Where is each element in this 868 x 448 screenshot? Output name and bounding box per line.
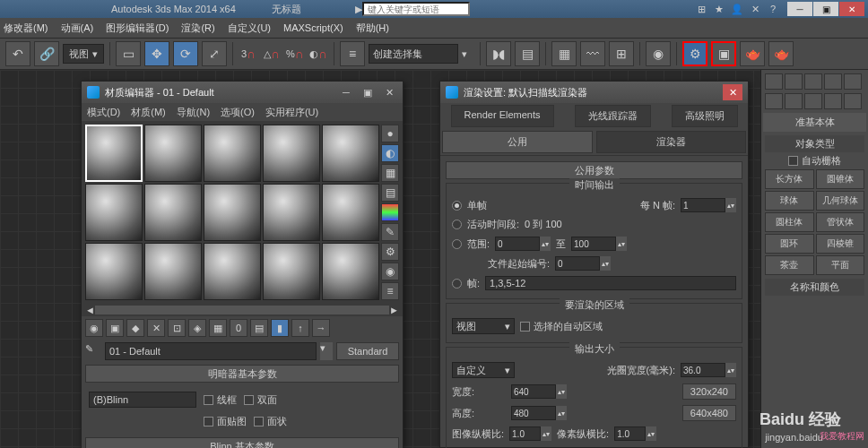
- go-parent-icon[interactable]: ↑: [291, 319, 309, 337]
- mat-menu-modes[interactable]: 模式(D): [87, 106, 120, 119]
- sample-uv-icon[interactable]: ▤: [381, 184, 399, 202]
- hierarchy-tab-icon[interactable]: [804, 73, 822, 90]
- render-setup-titlebar[interactable]: 渲染设置: 默认扫描线渲染器 ✕: [440, 82, 748, 103]
- mat-max-button[interactable]: ▣: [360, 85, 376, 99]
- material-scrollbar[interactable]: ◄►: [82, 304, 403, 316]
- material-slot[interactable]: [144, 125, 202, 182]
- undo-button[interactable]: ↶: [5, 41, 30, 66]
- link-button[interactable]: 🔗: [34, 41, 59, 66]
- prim-torus-button[interactable]: 圆环: [765, 234, 814, 254]
- help-icon[interactable]: ▶: [355, 4, 362, 15]
- render-close-button[interactable]: ✕: [723, 84, 742, 100]
- signin-icon[interactable]: 👤: [730, 2, 744, 16]
- infocenter-icon[interactable]: ⊞: [694, 2, 708, 16]
- star-icon[interactable]: ★: [712, 2, 726, 16]
- assign-to-sel-icon[interactable]: ◆: [126, 319, 144, 337]
- facemap-checkbox[interactable]: 面贴图: [204, 415, 247, 428]
- helpers-cat-icon[interactable]: [844, 93, 862, 109]
- sample-type-icon[interactable]: ●: [381, 125, 399, 142]
- help2-icon[interactable]: ?: [766, 2, 780, 16]
- faceted-checkbox[interactable]: 面状: [254, 415, 287, 428]
- tab-render-elements[interactable]: Render Elements: [451, 105, 554, 127]
- reset-map-icon[interactable]: ✕: [147, 319, 165, 337]
- create-tab-icon[interactable]: [765, 73, 783, 90]
- named-sel-button[interactable]: ≡: [340, 41, 365, 66]
- close-button[interactable]: ✕: [839, 2, 864, 16]
- menu-modifiers[interactable]: 修改器(M): [4, 22, 48, 35]
- image-aspect-spinner[interactable]: [509, 426, 541, 441]
- prim-sphere-button[interactable]: 球体: [765, 191, 814, 211]
- select-move-button[interactable]: ✥: [144, 41, 169, 66]
- blinn-params-rollout[interactable]: Blinn 基本参数: [85, 437, 399, 448]
- show-map-icon[interactable]: ▤: [250, 319, 268, 337]
- material-slot[interactable]: [204, 125, 261, 182]
- tab-raytracer[interactable]: 光线跟踪器: [575, 105, 651, 127]
- render-button[interactable]: 🫖: [740, 41, 765, 66]
- go-forward-icon[interactable]: →: [312, 319, 330, 337]
- material-slot[interactable]: [263, 243, 320, 300]
- mat-close-button[interactable]: ✕: [381, 85, 397, 99]
- menu-maxscript[interactable]: MAXScript(X): [283, 22, 343, 33]
- exchange-icon[interactable]: ✕: [748, 2, 762, 16]
- mirror-button[interactable]: ◗◖: [486, 41, 511, 66]
- wire-checkbox[interactable]: 线框: [204, 393, 237, 407]
- prim-tube-button[interactable]: 管状体: [816, 212, 865, 232]
- backlight-icon[interactable]: ◐: [381, 144, 399, 162]
- aperture-spinner[interactable]: [681, 363, 725, 377]
- common-params-rollout[interactable]: 公用参数: [446, 161, 742, 179]
- prim-box-button[interactable]: 长方体: [765, 169, 814, 189]
- height-spinner[interactable]: [511, 406, 556, 420]
- mat-menu-utilities[interactable]: 实用程序(U): [265, 106, 318, 119]
- range-from-spinner[interactable]: [495, 237, 540, 251]
- material-slot[interactable]: [263, 125, 320, 182]
- snap-3-button[interactable]: 3∩: [239, 43, 258, 65]
- mat-id-icon[interactable]: 0: [230, 319, 247, 337]
- menu-help[interactable]: 帮助(H): [356, 22, 389, 35]
- angle-snap-button[interactable]: △∩: [262, 43, 282, 65]
- maximize-button[interactable]: ▣: [813, 2, 838, 16]
- material-slot[interactable]: [85, 243, 143, 300]
- render-last-button[interactable]: 🫖: [768, 41, 794, 66]
- make-copy-icon[interactable]: ⊡: [168, 319, 186, 337]
- material-slot[interactable]: [322, 125, 379, 182]
- size-preset-dropdown[interactable]: 自定义▾: [452, 362, 515, 378]
- range-to-spinner[interactable]: [571, 237, 616, 251]
- create-selection-set-input[interactable]: [369, 44, 458, 64]
- make-preview-icon[interactable]: ✎: [381, 223, 399, 241]
- select-scale-button[interactable]: ⤢: [202, 41, 227, 66]
- video-check-icon[interactable]: [381, 203, 399, 221]
- prim-cone-button[interactable]: 圆锥体: [816, 169, 865, 189]
- minimize-button[interactable]: ─: [787, 2, 812, 16]
- curve-editor-button[interactable]: 〰: [580, 41, 605, 66]
- active-radio[interactable]: [452, 220, 462, 229]
- motion-tab-icon[interactable]: [824, 73, 842, 90]
- category-dropdown[interactable]: 准基本体: [763, 113, 866, 132]
- menu-animation[interactable]: 动画(A): [61, 22, 94, 35]
- material-name-input[interactable]: 01 - Default: [105, 342, 317, 360]
- material-slot[interactable]: [144, 184, 202, 241]
- prim-plane-button[interactable]: 平面: [816, 255, 865, 275]
- select-by-mat-icon[interactable]: ◉: [381, 263, 399, 280]
- select-button[interactable]: ▭: [116, 41, 141, 66]
- width-spinner[interactable]: [511, 384, 556, 399]
- mat-menu-material[interactable]: 材质(M): [131, 106, 166, 119]
- menu-rendering[interactable]: 渲染(R): [181, 22, 214, 35]
- cameras-cat-icon[interactable]: [824, 93, 842, 109]
- material-type-button[interactable]: Standard: [336, 342, 399, 360]
- search-input[interactable]: [362, 2, 470, 16]
- select-rotate-button[interactable]: ⟳: [173, 41, 198, 66]
- area-dropdown[interactable]: 视图▾: [452, 318, 515, 334]
- render-setup-button[interactable]: ⚙: [682, 41, 707, 66]
- rendered-frame-button[interactable]: ▣: [711, 41, 736, 66]
- prim-geosphere-button[interactable]: 几何球体: [816, 191, 865, 211]
- autogrid-checkbox[interactable]: 自动栅格: [765, 152, 864, 169]
- mat-min-button[interactable]: ─: [338, 85, 354, 99]
- material-slot[interactable]: [322, 184, 379, 241]
- material-slot[interactable]: [204, 243, 261, 300]
- modify-tab-icon[interactable]: [785, 73, 803, 90]
- prim-teapot-button[interactable]: 茶壶: [765, 255, 814, 275]
- material-slot[interactable]: [204, 184, 261, 241]
- pick-material-icon[interactable]: ✎: [85, 343, 101, 359]
- lights-cat-icon[interactable]: [804, 93, 822, 109]
- layer-button[interactable]: ▦: [551, 41, 577, 66]
